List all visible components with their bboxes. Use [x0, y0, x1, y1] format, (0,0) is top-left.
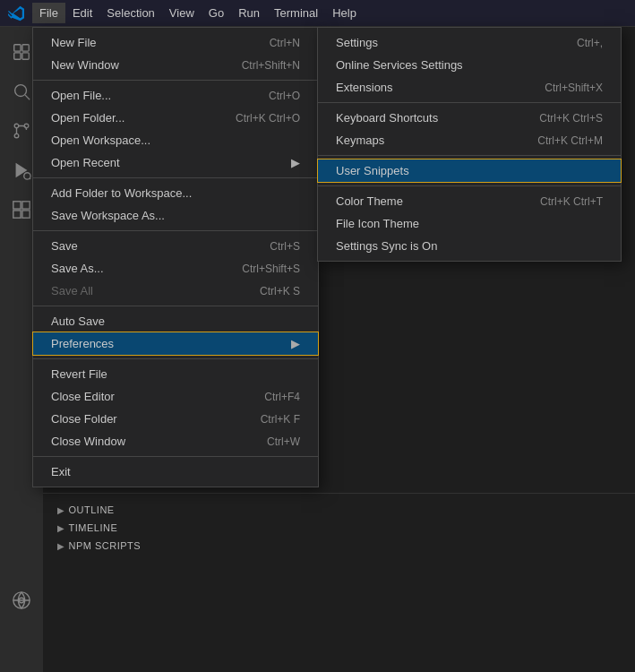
pref-item-user-snippets[interactable]: User Snippets [318, 159, 621, 182]
menu-file[interactable]: File [32, 3, 65, 23]
panel-sections: ▶ OUTLINE ▶ TIMELINE ▶ NPM SCRIPTS [43, 494, 635, 562]
vscode-logo [4, 0, 29, 27]
menu-item-open-workspace[interactable]: Open Workspace... [33, 129, 318, 151]
preferences-arrow: ▶ [291, 337, 300, 350]
menu-item-add-folder[interactable]: Add Folder to Workspace... [33, 182, 318, 204]
menu-item-exit[interactable]: Exit [33, 461, 318, 483]
separator-3 [33, 230, 318, 231]
outline-chevron: ▶ [57, 505, 65, 515]
pref-item-color-theme[interactable]: Color Theme Ctrl+K Ctrl+T [318, 190, 621, 212]
outline-section[interactable]: ▶ OUTLINE [43, 501, 635, 519]
svg-line-5 [25, 95, 30, 99]
svg-line-11 [30, 178, 30, 179]
menu-view[interactable]: View [162, 3, 202, 23]
menu-item-new-file[interactable]: New File Ctrl+N [33, 31, 318, 54]
separator-1 [33, 80, 318, 81]
pref-item-keyboard-shortcuts[interactable]: Keyboard Shortcuts Ctrl+K Ctrl+S [318, 107, 621, 129]
pref-item-settings-sync[interactable]: Settings Sync is On [318, 235, 621, 257]
svg-marker-9 [16, 163, 28, 178]
svg-rect-12 [13, 202, 21, 209]
menu-item-close-editor[interactable]: Close Editor Ctrl+F4 [33, 385, 318, 408]
svg-point-8 [24, 124, 29, 128]
menu-item-auto-save[interactable]: Auto Save [33, 310, 318, 332]
svg-rect-14 [13, 211, 21, 218]
bottom-panel: ▶ OUTLINE ▶ TIMELINE ▶ NPM SCRIPTS [43, 493, 635, 672]
menu-run[interactable]: Run [231, 3, 267, 23]
menu-go[interactable]: Go [202, 3, 231, 23]
timeline-section[interactable]: ▶ TIMELINE [43, 519, 635, 537]
svg-point-6 [14, 124, 19, 128]
separator-4 [33, 306, 318, 306]
separator-2 [33, 177, 318, 178]
svg-rect-2 [14, 53, 21, 59]
npm-scripts-section[interactable]: ▶ NPM SCRIPTS [43, 537, 635, 555]
menu-item-save-workspace[interactable]: Save Workspace As... [33, 204, 318, 227]
pref-item-online-services[interactable]: Online Services Settings [318, 54, 621, 76]
svg-rect-13 [22, 202, 30, 209]
menu-item-revert-file[interactable]: Revert File [33, 363, 318, 385]
npm-chevron: ▶ [57, 541, 65, 551]
pref-item-extensions[interactable]: Extensions Ctrl+Shift+X [318, 76, 621, 99]
menu-item-close-window[interactable]: Close Window Ctrl+W [33, 430, 318, 452]
menu-terminal[interactable]: Terminal [267, 3, 325, 23]
pref-separator-1 [318, 102, 621, 103]
pref-item-settings[interactable]: Settings Ctrl+, [318, 31, 621, 54]
separator-6 [33, 456, 318, 457]
menu-help[interactable]: Help [325, 3, 364, 23]
preferences-menu: Settings Ctrl+, Online Services Settings… [317, 27, 622, 262]
svg-rect-15 [22, 211, 30, 218]
svg-point-7 [14, 134, 19, 138]
pref-item-file-icon-theme[interactable]: File Icon Theme [318, 212, 621, 235]
open-recent-arrow: ▶ [291, 156, 300, 169]
menu-item-save-all: Save All Ctrl+K S [33, 280, 318, 302]
menu-item-save-as[interactable]: Save As... Ctrl+Shift+S [33, 257, 318, 280]
menu-edit[interactable]: Edit [65, 3, 99, 23]
menu-selection[interactable]: Selection [99, 3, 161, 23]
svg-point-4 [15, 85, 27, 97]
pref-item-keymaps[interactable]: Keymaps Ctrl+K Ctrl+M [318, 129, 621, 151]
timeline-chevron: ▶ [57, 523, 65, 533]
separator-5 [33, 358, 318, 359]
menu-item-open-folder[interactable]: Open Folder... Ctrl+K Ctrl+O [33, 107, 318, 129]
menu-bar: File Edit Selection View Go Run Terminal… [0, 0, 635, 27]
menu-item-new-window[interactable]: New Window Ctrl+Shift+N [33, 54, 318, 76]
pref-separator-2 [318, 155, 621, 156]
npm-label: NPM SCRIPTS [69, 540, 142, 551]
menu-item-preferences[interactable]: Preferences ▶ [33, 332, 318, 355]
menu-item-save[interactable]: Save Ctrl+S [33, 235, 318, 257]
activity-remote[interactable] [4, 582, 39, 618]
outline-label: OUTLINE [69, 504, 115, 515]
menu-item-close-folder[interactable]: Close Folder Ctrl+K F [33, 408, 318, 430]
pref-separator-3 [318, 185, 621, 186]
svg-rect-3 [22, 53, 29, 59]
timeline-label: TIMELINE [69, 522, 118, 533]
menu-item-open-file[interactable]: Open File... Ctrl+O [33, 84, 318, 107]
menu-item-open-recent[interactable]: Open Recent ▶ [33, 151, 318, 174]
svg-rect-0 [14, 45, 21, 51]
file-menu: New File Ctrl+N New Window Ctrl+Shift+N … [32, 27, 319, 487]
svg-rect-1 [22, 45, 29, 51]
